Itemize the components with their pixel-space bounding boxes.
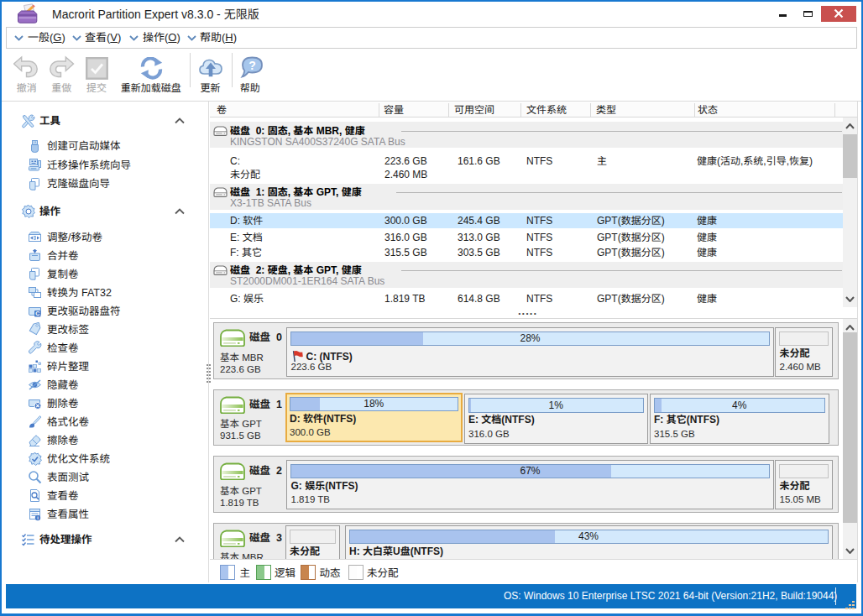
svg-text:C: C [35, 311, 39, 316]
svg-text:?: ? [248, 59, 256, 72]
